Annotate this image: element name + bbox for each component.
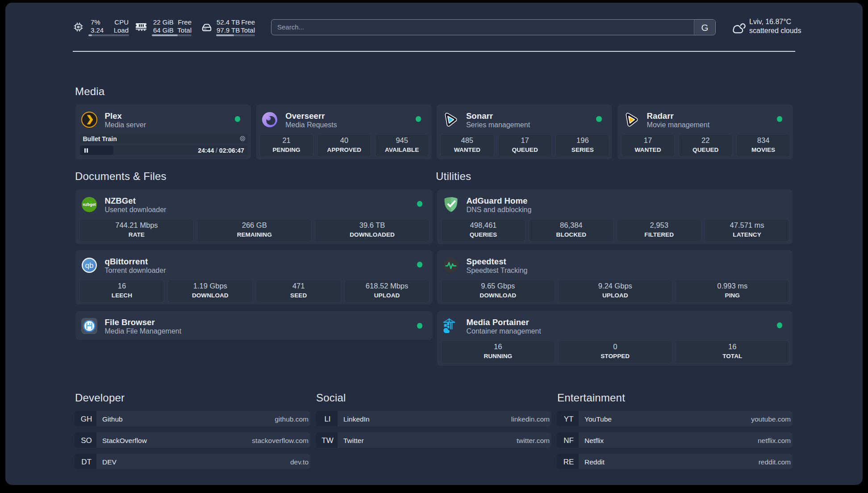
svg-text:qb: qb xyxy=(85,261,93,270)
svg-text:nzbget: nzbget xyxy=(83,202,96,207)
